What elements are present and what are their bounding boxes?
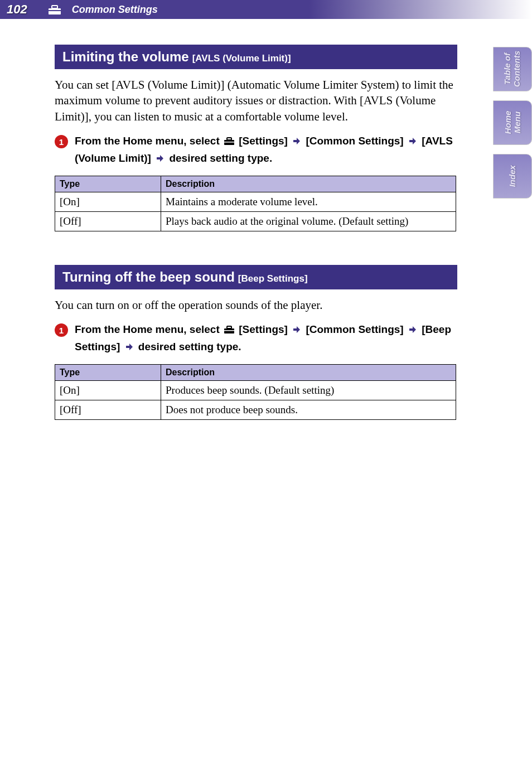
- cell-type: [Off]: [55, 400, 161, 420]
- beep-settings-table: Type Description [On] Produces beep soun…: [55, 364, 456, 420]
- svg-rect-0: [49, 8, 61, 14]
- cell-desc: Plays back audio at the original volume.…: [161, 212, 456, 231]
- cell-type: [On]: [55, 381, 161, 400]
- page-content: Limiting the volume [AVLS (Volume Limit)…: [0, 19, 457, 420]
- heading-main: Limiting the volume: [62, 49, 189, 65]
- toolbox-icon: [224, 134, 235, 151]
- table-row: [Off] Plays back audio at the original v…: [55, 212, 456, 231]
- table-row: [On] Produces beep sounds. (Default sett…: [55, 381, 456, 400]
- cell-desc: Does not produce beep sounds.: [161, 400, 456, 420]
- cell-type: [On]: [55, 192, 161, 212]
- heading-sub: [Beep Settings]: [238, 273, 308, 284]
- section-heading-avls: Limiting the volume [AVLS (Volume Limit)…: [55, 45, 457, 69]
- header-gradient: [309, 0, 532, 19]
- table-header: Type: [55, 365, 161, 381]
- header-title: Common Settings: [72, 4, 158, 16]
- svg-rect-5: [224, 142, 234, 143]
- page-header: 102 Common Settings: [0, 0, 532, 19]
- step-instruction: 1 From the Home menu, select [Settings] …: [55, 133, 457, 167]
- svg-rect-8: [224, 330, 234, 331]
- svg-rect-2: [49, 10, 61, 11]
- arrow-right-icon: [409, 134, 417, 150]
- body-paragraph: You can set [AVLS (Volume Limit)] (Autom…: [55, 77, 457, 124]
- arrow-right-icon: [409, 322, 417, 339]
- step-instruction: 1 From the Home menu, select [Settings] …: [55, 322, 457, 355]
- table-row: [On] Maintains a moderate volume level.: [55, 192, 456, 212]
- toolbox-icon: [224, 323, 235, 339]
- heading-main: Turning off the beep sound: [62, 269, 235, 285]
- arrow-right-icon: [125, 340, 133, 356]
- toolbox-icon: [47, 4, 62, 15]
- table-header: Type: [55, 176, 161, 192]
- table-header: Description: [161, 176, 456, 192]
- arrow-right-icon: [293, 322, 301, 339]
- side-tabs-container: Table ofContents HomeMenu Index: [493, 47, 532, 199]
- table-row: [Off] Does not produce beep sounds.: [55, 400, 456, 420]
- svg-rect-7: [227, 326, 231, 328]
- svg-rect-4: [227, 138, 231, 140]
- step-text: From the Home menu, select [Settings] [C…: [75, 322, 457, 355]
- body-paragraph: You can turn on or off the operation sou…: [55, 297, 457, 313]
- step-number-badge: 1: [55, 323, 68, 337]
- heading-sub: [AVLS (Volume Limit)]: [192, 53, 291, 64]
- cell-desc: Maintains a moderate volume level.: [161, 192, 456, 212]
- tab-table-of-contents[interactable]: Table ofContents: [493, 47, 532, 91]
- avls-settings-table: Type Description [On] Maintains a modera…: [55, 176, 456, 231]
- cell-type: [Off]: [55, 212, 161, 231]
- svg-rect-1: [52, 6, 57, 8]
- tab-home-menu[interactable]: HomeMenu: [493, 100, 532, 145]
- step-number-badge: 1: [55, 135, 68, 148]
- section-heading-beep: Turning off the beep sound [Beep Setting…: [55, 265, 457, 289]
- page-number: 102: [7, 2, 27, 17]
- step-text: From the Home menu, select [Settings] [C…: [75, 133, 457, 167]
- arrow-right-icon: [156, 151, 164, 167]
- cell-desc: Produces beep sounds. (Default setting): [161, 381, 456, 400]
- table-header: Description: [161, 365, 456, 381]
- arrow-right-icon: [293, 134, 301, 150]
- tab-index[interactable]: Index: [493, 154, 532, 199]
